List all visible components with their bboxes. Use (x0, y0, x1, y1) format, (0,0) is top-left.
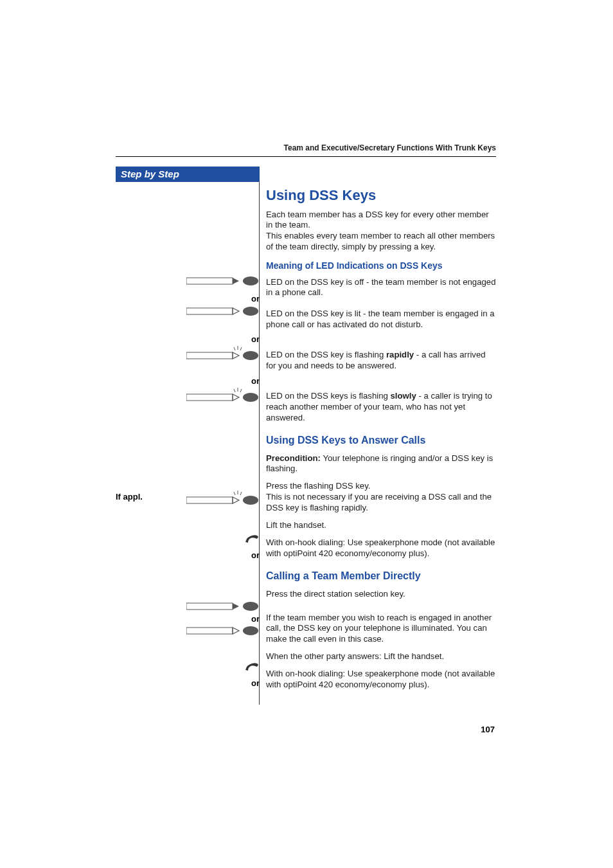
calling-heading: Calling a Team Member Directly (266, 570, 497, 583)
svg-rect-19 (186, 603, 233, 610)
lift-handset-para: Lift the handset. (266, 520, 497, 531)
svg-point-18 (243, 496, 258, 505)
key-direct-off (116, 601, 260, 612)
dss-key-lit-icon-2 (186, 625, 260, 637)
main-content: Using DSS Keys Each team member has a DS… (266, 186, 497, 697)
header-rule (116, 156, 496, 157)
svg-line-10 (234, 389, 235, 392)
dss-key-flash-icon (186, 491, 260, 506)
svg-rect-2 (186, 308, 233, 314)
onhook-para: With on-hook dialing: Use speakerphone m… (266, 538, 497, 559)
key-led-flash-slow (116, 388, 260, 403)
or-label-5: or (116, 614, 260, 624)
key-led-lit (116, 305, 260, 317)
precondition-para: Precondition: Your telephone is ringing … (266, 453, 497, 475)
svg-point-3 (243, 307, 258, 316)
dss-key-off-icon (186, 275, 260, 287)
svg-line-12 (240, 389, 242, 392)
svg-point-13 (243, 393, 258, 402)
handset-icon (244, 533, 260, 545)
or-label-4: or (116, 550, 260, 560)
led-rapid-para: LED on the DSS key is flashing rapidly -… (266, 350, 497, 372)
svg-point-8 (243, 351, 258, 360)
or-label-6: or (116, 678, 260, 688)
page-title: Using DSS Keys (266, 186, 497, 204)
onhook2-para: With on-hook dialing: Use speakerphone m… (266, 669, 497, 691)
led-slow-para: LED on the DSS keys is flashing slowly -… (266, 391, 497, 424)
handset-icon-2 (244, 661, 260, 673)
press-flashing-para: Press the flashing DSS key. This is not … (266, 481, 497, 514)
svg-rect-9 (186, 394, 233, 401)
answer-heading: Using DSS Keys to Answer Calls (266, 434, 497, 447)
dss-key-flash-rapid-icon (186, 346, 260, 361)
key-direct-lit (116, 625, 260, 637)
svg-rect-21 (186, 628, 233, 634)
key-led-off (116, 275, 260, 287)
led-lit-para: LED on the DSS key is lit - the team mem… (266, 309, 497, 330)
or-label-2: or (116, 334, 260, 344)
or-label-1: or (116, 294, 260, 303)
or-label-3: or (116, 376, 260, 386)
dss-key-flash-slow-icon (186, 388, 260, 403)
svg-rect-4 (186, 352, 233, 359)
other-answers-para: When the other party answers: Lift the h… (266, 651, 497, 662)
svg-line-15 (234, 492, 235, 495)
handset-row-2 (116, 661, 260, 674)
svg-line-5 (234, 347, 235, 350)
svg-point-20 (243, 602, 258, 611)
led-off-para: LED on the DSS key is off - the team mem… (266, 277, 497, 299)
svg-line-17 (240, 492, 242, 495)
engaged-para: If the team member you wish to reach is … (266, 613, 497, 646)
led-heading: Meaning of LED Indications on DSS Keys (266, 260, 497, 272)
sidebar-title: Step by Step (116, 167, 260, 182)
header-breadcrumb: Team and Executive/Secretary Functions W… (284, 143, 496, 152)
press-dss-para: Press the direct station selection key. (266, 589, 497, 600)
svg-point-22 (243, 626, 258, 635)
svg-rect-14 (186, 497, 233, 503)
dss-key-lit-icon (186, 305, 260, 317)
svg-line-7 (240, 347, 242, 350)
handset-row-1 (116, 533, 260, 547)
key-led-flash-rapid (116, 346, 260, 361)
page-number: 107 (481, 725, 495, 734)
intro-para: Each team member has a DSS key for every… (266, 210, 497, 253)
if-appl-label: If appl. (116, 492, 143, 502)
svg-rect-0 (186, 278, 233, 284)
dss-key-off-icon-2 (186, 601, 260, 612)
svg-point-1 (243, 276, 258, 285)
if-appl-row: If appl. (116, 491, 260, 506)
